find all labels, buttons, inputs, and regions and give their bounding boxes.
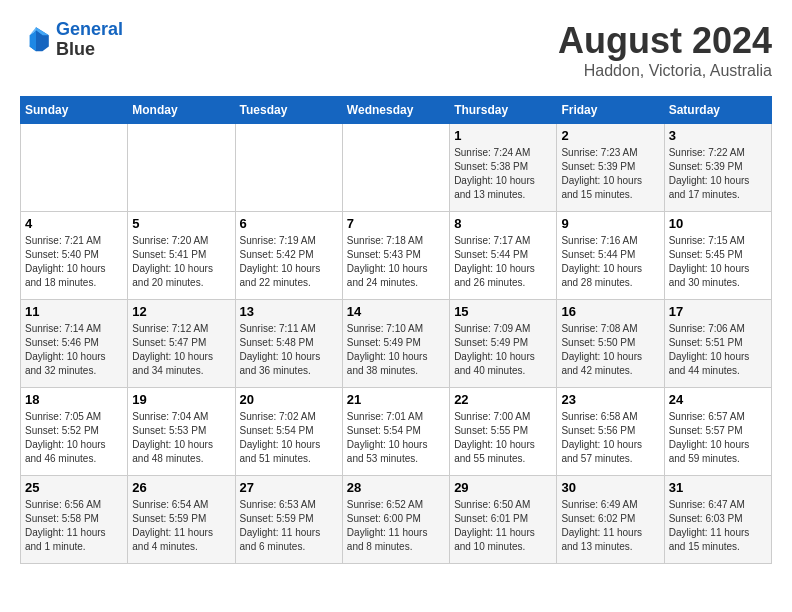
- day-cell: 15Sunrise: 7:09 AMSunset: 5:49 PMDayligh…: [450, 300, 557, 388]
- day-info: Sunrise: 7:16 AMSunset: 5:44 PMDaylight:…: [561, 234, 659, 290]
- day-info: Sunrise: 6:50 AMSunset: 6:01 PMDaylight:…: [454, 498, 552, 554]
- day-cell: 14Sunrise: 7:10 AMSunset: 5:49 PMDayligh…: [342, 300, 449, 388]
- day-cell: 30Sunrise: 6:49 AMSunset: 6:02 PMDayligh…: [557, 476, 664, 564]
- day-info: Sunrise: 6:47 AMSunset: 6:03 PMDaylight:…: [669, 498, 767, 554]
- day-number: 7: [347, 216, 445, 231]
- day-number: 28: [347, 480, 445, 495]
- day-number: 3: [669, 128, 767, 143]
- header-monday: Monday: [128, 97, 235, 124]
- day-cell: 7Sunrise: 7:18 AMSunset: 5:43 PMDaylight…: [342, 212, 449, 300]
- day-number: 12: [132, 304, 230, 319]
- day-number: 18: [25, 392, 123, 407]
- week-row-3: 11Sunrise: 7:14 AMSunset: 5:46 PMDayligh…: [21, 300, 772, 388]
- day-info: Sunrise: 6:49 AMSunset: 6:02 PMDaylight:…: [561, 498, 659, 554]
- day-cell: 31Sunrise: 6:47 AMSunset: 6:03 PMDayligh…: [664, 476, 771, 564]
- week-row-4: 18Sunrise: 7:05 AMSunset: 5:52 PMDayligh…: [21, 388, 772, 476]
- day-info: Sunrise: 6:52 AMSunset: 6:00 PMDaylight:…: [347, 498, 445, 554]
- day-cell: 22Sunrise: 7:00 AMSunset: 5:55 PMDayligh…: [450, 388, 557, 476]
- day-number: 16: [561, 304, 659, 319]
- day-info: Sunrise: 7:19 AMSunset: 5:42 PMDaylight:…: [240, 234, 338, 290]
- day-info: Sunrise: 6:53 AMSunset: 5:59 PMDaylight:…: [240, 498, 338, 554]
- day-cell: 3Sunrise: 7:22 AMSunset: 5:39 PMDaylight…: [664, 124, 771, 212]
- day-cell: [128, 124, 235, 212]
- day-cell: 20Sunrise: 7:02 AMSunset: 5:54 PMDayligh…: [235, 388, 342, 476]
- day-number: 19: [132, 392, 230, 407]
- logo: General Blue: [20, 20, 123, 60]
- day-info: Sunrise: 7:00 AMSunset: 5:55 PMDaylight:…: [454, 410, 552, 466]
- day-cell: 27Sunrise: 6:53 AMSunset: 5:59 PMDayligh…: [235, 476, 342, 564]
- day-cell: 9Sunrise: 7:16 AMSunset: 5:44 PMDaylight…: [557, 212, 664, 300]
- day-number: 23: [561, 392, 659, 407]
- day-cell: 17Sunrise: 7:06 AMSunset: 5:51 PMDayligh…: [664, 300, 771, 388]
- day-number: 8: [454, 216, 552, 231]
- day-number: 15: [454, 304, 552, 319]
- day-number: 6: [240, 216, 338, 231]
- day-cell: 11Sunrise: 7:14 AMSunset: 5:46 PMDayligh…: [21, 300, 128, 388]
- day-number: 25: [25, 480, 123, 495]
- day-cell: 1Sunrise: 7:24 AMSunset: 5:38 PMDaylight…: [450, 124, 557, 212]
- day-info: Sunrise: 6:57 AMSunset: 5:57 PMDaylight:…: [669, 410, 767, 466]
- day-number: 26: [132, 480, 230, 495]
- day-info: Sunrise: 7:02 AMSunset: 5:54 PMDaylight:…: [240, 410, 338, 466]
- day-cell: 16Sunrise: 7:08 AMSunset: 5:50 PMDayligh…: [557, 300, 664, 388]
- day-number: 14: [347, 304, 445, 319]
- day-number: 13: [240, 304, 338, 319]
- day-number: 24: [669, 392, 767, 407]
- day-number: 9: [561, 216, 659, 231]
- logo-icon: [20, 24, 52, 56]
- day-cell: 29Sunrise: 6:50 AMSunset: 6:01 PMDayligh…: [450, 476, 557, 564]
- day-cell: 10Sunrise: 7:15 AMSunset: 5:45 PMDayligh…: [664, 212, 771, 300]
- day-info: Sunrise: 7:12 AMSunset: 5:47 PMDaylight:…: [132, 322, 230, 378]
- day-cell: 28Sunrise: 6:52 AMSunset: 6:00 PMDayligh…: [342, 476, 449, 564]
- header-thursday: Thursday: [450, 97, 557, 124]
- day-info: Sunrise: 6:54 AMSunset: 5:59 PMDaylight:…: [132, 498, 230, 554]
- day-cell: [342, 124, 449, 212]
- week-row-1: 1Sunrise: 7:24 AMSunset: 5:38 PMDaylight…: [21, 124, 772, 212]
- day-info: Sunrise: 7:23 AMSunset: 5:39 PMDaylight:…: [561, 146, 659, 202]
- day-cell: 6Sunrise: 7:19 AMSunset: 5:42 PMDaylight…: [235, 212, 342, 300]
- day-info: Sunrise: 7:18 AMSunset: 5:43 PMDaylight:…: [347, 234, 445, 290]
- day-info: Sunrise: 7:09 AMSunset: 5:49 PMDaylight:…: [454, 322, 552, 378]
- day-cell: 5Sunrise: 7:20 AMSunset: 5:41 PMDaylight…: [128, 212, 235, 300]
- header-sunday: Sunday: [21, 97, 128, 124]
- day-cell: 2Sunrise: 7:23 AMSunset: 5:39 PMDaylight…: [557, 124, 664, 212]
- day-number: 20: [240, 392, 338, 407]
- day-cell: 19Sunrise: 7:04 AMSunset: 5:53 PMDayligh…: [128, 388, 235, 476]
- day-number: 21: [347, 392, 445, 407]
- header: General Blue August 2024 Haddon, Victori…: [20, 20, 772, 80]
- day-info: Sunrise: 7:05 AMSunset: 5:52 PMDaylight:…: [25, 410, 123, 466]
- header-tuesday: Tuesday: [235, 97, 342, 124]
- day-number: 5: [132, 216, 230, 231]
- day-cell: [21, 124, 128, 212]
- header-friday: Friday: [557, 97, 664, 124]
- day-number: 11: [25, 304, 123, 319]
- logo-text: General Blue: [56, 20, 123, 60]
- calendar-header-row: SundayMondayTuesdayWednesdayThursdayFrid…: [21, 97, 772, 124]
- day-number: 17: [669, 304, 767, 319]
- day-info: Sunrise: 7:01 AMSunset: 5:54 PMDaylight:…: [347, 410, 445, 466]
- day-info: Sunrise: 6:58 AMSunset: 5:56 PMDaylight:…: [561, 410, 659, 466]
- day-number: 1: [454, 128, 552, 143]
- day-cell: 24Sunrise: 6:57 AMSunset: 5:57 PMDayligh…: [664, 388, 771, 476]
- day-number: 22: [454, 392, 552, 407]
- day-number: 31: [669, 480, 767, 495]
- week-row-2: 4Sunrise: 7:21 AMSunset: 5:40 PMDaylight…: [21, 212, 772, 300]
- location-title: Haddon, Victoria, Australia: [558, 62, 772, 80]
- day-cell: 4Sunrise: 7:21 AMSunset: 5:40 PMDaylight…: [21, 212, 128, 300]
- title-area: August 2024 Haddon, Victoria, Australia: [558, 20, 772, 80]
- day-info: Sunrise: 7:24 AMSunset: 5:38 PMDaylight:…: [454, 146, 552, 202]
- header-wednesday: Wednesday: [342, 97, 449, 124]
- day-number: 2: [561, 128, 659, 143]
- day-number: 27: [240, 480, 338, 495]
- day-info: Sunrise: 7:10 AMSunset: 5:49 PMDaylight:…: [347, 322, 445, 378]
- day-cell: 12Sunrise: 7:12 AMSunset: 5:47 PMDayligh…: [128, 300, 235, 388]
- day-info: Sunrise: 7:21 AMSunset: 5:40 PMDaylight:…: [25, 234, 123, 290]
- header-saturday: Saturday: [664, 97, 771, 124]
- calendar-table: SundayMondayTuesdayWednesdayThursdayFrid…: [20, 96, 772, 564]
- day-info: Sunrise: 7:11 AMSunset: 5:48 PMDaylight:…: [240, 322, 338, 378]
- day-info: Sunrise: 7:06 AMSunset: 5:51 PMDaylight:…: [669, 322, 767, 378]
- day-number: 30: [561, 480, 659, 495]
- day-cell: 26Sunrise: 6:54 AMSunset: 5:59 PMDayligh…: [128, 476, 235, 564]
- month-year-title: August 2024: [558, 20, 772, 62]
- svg-marker-3: [30, 30, 36, 51]
